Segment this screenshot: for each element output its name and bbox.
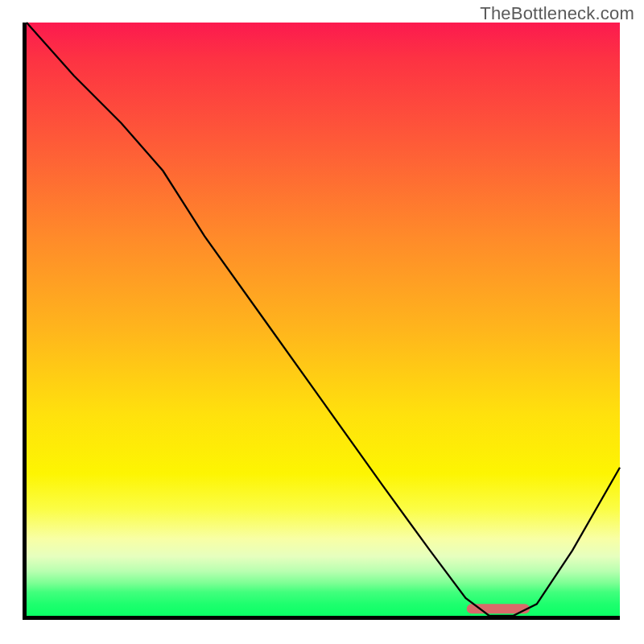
chart-container: TheBottleneck.com	[0, 0, 644, 644]
watermark-text: TheBottleneck.com	[480, 3, 634, 24]
bottleneck-curve	[27, 23, 620, 616]
plot-area	[23, 23, 620, 620]
curve-layer	[27, 23, 620, 616]
